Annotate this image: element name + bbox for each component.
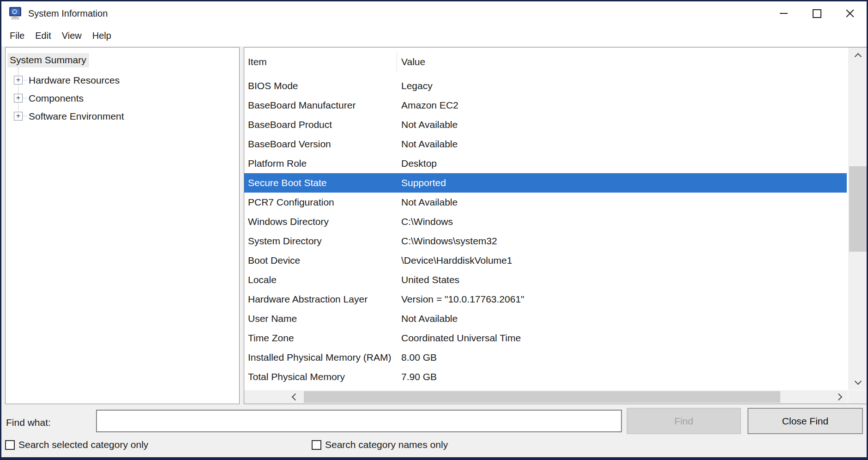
minimize-button[interactable]	[767, 1, 800, 25]
value-cell: Supported	[401, 177, 446, 188]
value-cell: Legacy	[401, 80, 433, 91]
value-cell: C:\Windows	[401, 216, 453, 227]
vertical-scrollbar[interactable]	[848, 48, 868, 390]
find-what-label: Find what:	[6, 417, 51, 428]
item-cell: Boot Device	[244, 255, 401, 266]
item-cell: System Directory	[244, 236, 401, 247]
item-cell: Installed Physical Memory (RAM)	[244, 352, 401, 363]
tree-item-system-summary[interactable]: System Summary	[7, 52, 89, 68]
category-tree-pane: System Summary Hardware Resources Compon…	[5, 47, 240, 404]
details-row[interactable]: Platform RoleDesktop	[244, 154, 847, 173]
close-button[interactable]	[833, 1, 867, 25]
details-row[interactable]: Windows DirectoryC:\Windows	[244, 212, 847, 231]
expand-plus-icon[interactable]	[14, 112, 23, 121]
vertical-scrollbar-thumb[interactable]	[849, 166, 867, 252]
item-cell: BaseBoard Product	[244, 119, 401, 130]
find-input[interactable]	[96, 410, 622, 432]
item-cell: Hardware Abstraction Layer	[244, 294, 401, 305]
item-cell: Locale	[244, 274, 401, 285]
chevron-left-icon	[291, 393, 299, 401]
search-category-names-option: Search category names only	[312, 438, 448, 452]
horizontal-scrollbar-thumb[interactable]	[304, 391, 780, 403]
details-row[interactable]: BaseBoard ProductNot Available	[244, 115, 847, 134]
chevron-down-icon	[854, 377, 862, 385]
item-cell: Platform Role	[244, 158, 401, 169]
tree-item-label: Components	[29, 93, 84, 104]
details-row[interactable]: BaseBoard VersionNot Available	[244, 134, 847, 154]
system-information-window: System Information File Edit View Help S…	[0, 0, 868, 460]
details-row[interactable]: User NameNot Available	[244, 309, 847, 328]
details-pane: Item Value BIOS ModeLegacyBaseBoard Manu…	[244, 47, 868, 404]
details-row[interactable]: BaseBoard ManufacturerAmazon EC2	[244, 96, 847, 115]
menu-edit[interactable]: Edit	[34, 30, 52, 42]
expand-plus-icon[interactable]	[14, 94, 23, 103]
details-row[interactable]: PCR7 ConfigurationNot Available	[244, 193, 847, 212]
details-row[interactable]: Boot Device\Device\HarddiskVolume1	[244, 251, 847, 270]
horizontal-scrollbar[interactable]	[244, 390, 848, 404]
title-bar: System Information	[1, 1, 867, 25]
scroll-up-button[interactable]	[848, 48, 868, 64]
column-divider[interactable]	[397, 51, 397, 73]
details-header: Item Value	[244, 48, 848, 76]
details-row[interactable]: Hardware Abstraction LayerVersion = "10.…	[244, 290, 847, 309]
scroll-left-button[interactable]	[288, 390, 302, 404]
details-row[interactable]: BIOS ModeLegacy	[244, 76, 847, 96]
menu-file[interactable]: File	[9, 30, 25, 42]
find-button[interactable]: Find	[627, 408, 741, 434]
item-cell: BaseBoard Manufacturer	[244, 100, 401, 111]
close-icon	[845, 9, 855, 18]
scrollbar-corner	[848, 390, 868, 404]
tree-item-components[interactable]: Components	[6, 89, 84, 107]
column-header-item[interactable]: Item	[248, 56, 267, 67]
chevron-right-icon	[835, 393, 842, 401]
details-rows: BIOS ModeLegacyBaseBoard ManufacturerAma…	[244, 76, 847, 387]
value-cell: C:\Windows\system32	[401, 236, 497, 247]
details-row[interactable]: LocaleUnited States	[244, 270, 847, 290]
value-cell: Not Available	[401, 119, 458, 130]
tree-item-label: System Summary	[7, 53, 89, 67]
value-cell: 7.90 GB	[401, 371, 437, 382]
item-cell: Windows Directory	[244, 216, 401, 227]
item-cell: PCR7 Configuration	[244, 197, 401, 208]
scroll-right-button[interactable]	[831, 390, 846, 404]
window-title: System Information	[28, 8, 108, 19]
details-row[interactable]: Total Physical Memory7.90 GB	[244, 367, 847, 387]
search-category-names-checkbox[interactable]	[312, 440, 321, 450]
menu-help[interactable]: Help	[91, 30, 112, 42]
details-row[interactable]: Secure Boot StateSupported	[244, 173, 847, 193]
value-cell: \Device\HarddiskVolume1	[401, 255, 512, 266]
value-cell: Not Available	[401, 197, 458, 208]
details-row[interactable]: System DirectoryC:\Windows\system32	[244, 231, 847, 251]
tree-connector-dash	[23, 116, 27, 116]
scroll-down-button[interactable]	[848, 373, 868, 389]
checkbox-label: Search selected category only	[18, 439, 148, 450]
tree-item-hardware-resources[interactable]: Hardware Resources	[6, 71, 120, 89]
item-cell: User Name	[244, 313, 401, 324]
tree-item-label: Software Environment	[29, 111, 124, 122]
value-cell: Version = "10.0.17763.2061"	[401, 294, 524, 305]
chevron-up-icon	[854, 53, 862, 60]
maximize-button[interactable]	[800, 1, 833, 25]
maximize-icon	[813, 9, 821, 18]
item-cell: Time Zone	[244, 333, 401, 344]
details-row[interactable]: Time ZoneCoordinated Universal Time	[244, 328, 847, 348]
details-row[interactable]: Installed Physical Memory (RAM)8.00 GB	[244, 348, 847, 367]
close-find-button[interactable]: Close Find	[747, 408, 863, 434]
item-cell: BaseBoard Version	[244, 139, 401, 150]
value-cell: Desktop	[401, 158, 437, 169]
checkbox-label: Search category names only	[325, 439, 448, 450]
item-cell: Secure Boot State	[244, 177, 401, 188]
minimize-icon	[780, 13, 788, 14]
value-cell: Not Available	[401, 139, 458, 150]
search-selected-category-checkbox[interactable]	[5, 440, 15, 450]
value-cell: 8.00 GB	[401, 352, 437, 363]
tree-item-software-environment[interactable]: Software Environment	[6, 107, 124, 125]
item-cell: BIOS Mode	[244, 80, 401, 91]
search-selected-category-option: Search selected category only	[5, 438, 148, 452]
expand-plus-icon[interactable]	[14, 76, 23, 85]
column-header-value[interactable]: Value	[401, 56, 425, 67]
item-cell: Total Physical Memory	[244, 371, 401, 382]
menu-view[interactable]: View	[61, 30, 83, 42]
window-controls	[767, 1, 867, 25]
system-info-monitor-icon	[8, 6, 22, 20]
